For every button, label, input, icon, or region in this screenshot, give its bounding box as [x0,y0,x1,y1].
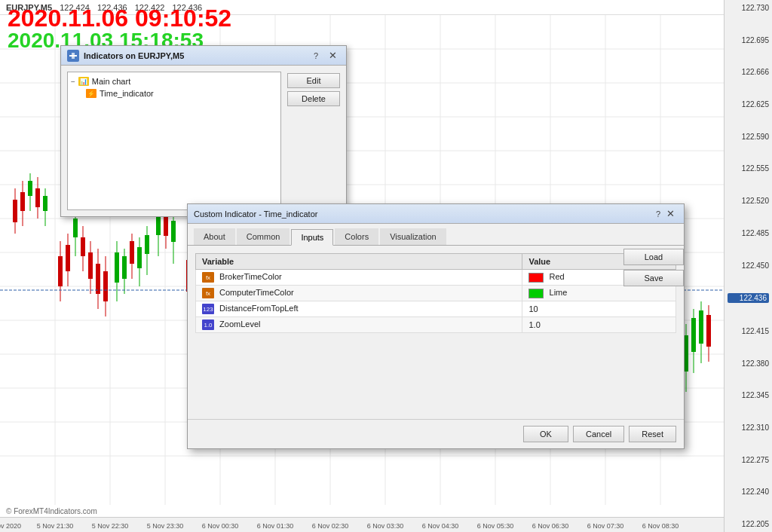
row1-variable: fx BrokerTimeColor [196,270,522,286]
row2-variable: fx ComputerTimeColor [196,286,522,301]
edit-button[interactable]: Edit [287,73,340,88]
indicators-help-button[interactable]: ? [311,51,321,60]
tab-common[interactable]: Common [237,228,290,245]
time-label-0: 5 Nov 2020 [0,522,21,530]
svg-rect-137 [72,53,75,59]
price-12: 122.345 [728,391,769,399]
price-3: 122.625 [728,100,769,109]
row4-value[interactable]: 1.0 [522,317,676,333]
ok-button[interactable]: OK [523,426,568,442]
svg-rect-54 [130,241,134,264]
svg-rect-132 [699,310,703,344]
custom-close-button[interactable]: ✕ [663,209,678,219]
price-14: 122.275 [728,456,769,464]
time-label-9: 6 Nov 05:30 [477,522,514,530]
row4-icon: 1.0 [202,320,214,330]
tree-main-chart[interactable]: − 📊 Main chart [71,75,277,87]
price-16: 122.205 [728,520,769,528]
row2-icon: fx [202,288,214,298]
tree-expand-icon: − [71,78,75,86]
reset-button[interactable]: Reset [629,426,676,442]
tree-main-chart-label: Main chart [92,77,130,86]
tab-visualization[interactable]: Visualization [380,228,446,245]
row4-variable: 1.0 ZoomLevel [196,317,522,333]
time-label-1: 5 Nov 21:30 [37,522,74,530]
delete-button[interactable]: Delete [287,91,340,106]
svg-rect-130 [691,318,696,352]
bottom-buttons: OK Cancel Reset [188,419,684,448]
time-label-10: 6 Nov 06:30 [532,522,569,530]
custom-dialog-titlebar: Custom Indicator - Time_indicator ? ✕ [188,204,684,224]
svg-rect-50 [115,252,119,283]
tree-indicator[interactable]: ⚡ Time_indicator [71,87,277,99]
side-buttons: Load Save [623,246,684,286]
svg-rect-64 [171,221,176,242]
custom-help-button[interactable]: ? [653,209,663,219]
time-label-6: 6 Nov 02:30 [312,522,349,530]
tab-about[interactable]: About [194,228,235,245]
datetime-overlay: 2020.11.06 09:10:52 2020.11.03 15:18:53 [8,6,231,51]
time-label-8: 6 Nov 04:30 [422,522,459,530]
indicators-dialog: Indicators on EURJPY,M5 ? ✕ − 📊 Main cha… [60,45,347,217]
time-label-3: 5 Nov 23:30 [147,522,184,530]
table-row: 1.0 ZoomLevel 1.0 [196,317,676,333]
tabs-bar: About Common Inputs Colors Visualization [188,224,684,246]
svg-rect-28 [20,192,25,211]
cancel-button[interactable]: Cancel [573,426,624,442]
copyright: © ForexMT4Indicators.com [6,507,97,515]
price-6: 122.520 [728,197,769,205]
svg-rect-62 [164,217,168,236]
indicators-dialog-title: Indicators on EURJPY,M5 [84,51,306,60]
table-empty-area [195,333,676,408]
datetime-line1: 2020.11.06 09:10:52 [8,6,231,30]
row1-icon: fx [202,272,214,283]
svg-rect-52 [122,256,127,279]
time-label-2: 5 Nov 22:30 [92,522,129,530]
time-axis: 5 Nov 2020 5 Nov 21:30 5 Nov 22:30 5 Nov… [0,517,724,532]
tab-content: Variable Value fx BrokerTimeColor Red [188,246,684,416]
indicators-dialog-icon [67,50,79,62]
row3-value[interactable]: 10 [522,301,676,317]
table-row: fx BrokerTimeColor Red [196,270,676,286]
tab-colors[interactable]: Colors [335,228,378,245]
indicators-tree: − 📊 Main chart ⚡ Time_indicator [67,72,281,210]
row1-swatch [528,273,544,283]
time-label-7: 6 Nov 03:30 [367,522,404,530]
price-8: 122.450 [728,261,769,270]
time-label-11: 6 Nov 07:30 [587,522,624,530]
row3-icon: 123 [202,304,214,314]
price-10: 122.415 [728,327,769,335]
custom-dialog-title: Custom Indicator - Time_indicator [194,209,653,219]
price-current: 122.436 [728,293,769,303]
svg-rect-46 [96,264,100,294]
load-button[interactable]: Load [623,249,684,265]
indicators-buttons: Edit Delete [287,72,340,210]
custom-indicator-dialog: Custom Indicator - Time_indicator ? ✕ Ab… [187,203,685,449]
row2-swatch [528,289,544,298]
svg-rect-38 [66,245,70,271]
price-13: 122.310 [728,423,769,432]
indicators-body: − 📊 Main chart ⚡ Time_indicator Edit Del… [61,66,346,216]
price-1: 122.695 [728,36,769,44]
svg-rect-56 [137,247,142,268]
price-7: 122.485 [728,229,769,237]
save-button[interactable]: Save [623,270,684,286]
svg-rect-34 [43,196,47,211]
indicators-close-button[interactable]: ✕ [326,50,340,60]
time-label-12: 6 Nov 08:30 [642,522,679,530]
inputs-table: Variable Value fx BrokerTimeColor Red [195,253,676,333]
svg-rect-30 [28,181,32,196]
svg-rect-42 [81,237,85,256]
tab-inputs[interactable]: Inputs [291,229,333,246]
tree-indicator-icon: ⚡ [86,89,96,98]
row2-value[interactable]: Lime [522,286,676,301]
tree-chart-icon: 📊 [78,77,89,86]
svg-rect-40 [73,219,78,237]
col-variable: Variable [196,254,522,270]
price-0: 122.730 [728,4,769,12]
time-label-4: 6 Nov 00:30 [202,522,239,530]
indicators-dialog-titlebar: Indicators on EURJPY,M5 ? ✕ [61,46,346,66]
price-15: 122.240 [728,488,769,496]
table-row: fx ComputerTimeColor Lime [196,286,676,301]
price-5: 122.555 [728,164,769,173]
